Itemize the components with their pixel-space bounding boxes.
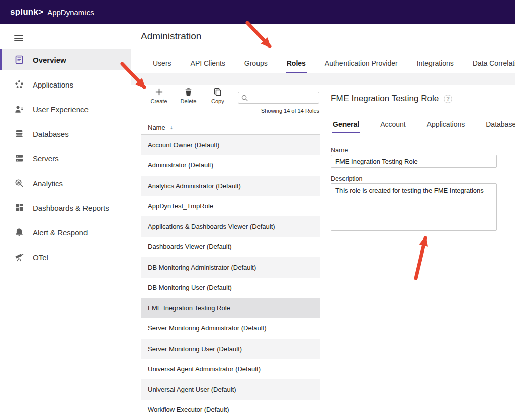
table-row[interactable]: Dashboards Viewer (Default) [141,237,320,258]
trash-icon [184,88,193,96]
column-header-name[interactable]: Name ↓ [141,120,320,135]
tab-users[interactable]: Users [152,54,173,73]
dashboards-icon [14,203,24,213]
copy-button[interactable]: Copy [206,88,230,104]
table-row-selected[interactable]: FME Inegration Testing Role [141,298,320,318]
roles-toolbar: Create Delete Copy [141,88,320,118]
sidebar-item-dashboards-reports[interactable]: Dashboards & Reports [0,197,131,218]
table-row[interactable]: Applications & Dashboards Viewer (Defaul… [141,216,320,237]
sidebar-item-label: User Experience [33,105,89,114]
search-icon [241,95,248,101]
roles-search-box[interactable] [238,92,319,104]
sidebar-item-databases[interactable]: Databases [0,123,131,144]
sidebar-item-user-experience[interactable]: User Experience [0,99,131,120]
top-bar: splunk> AppDynamics [0,0,515,24]
table-row[interactable]: Account Owner (Default) [141,135,320,155]
role-detail-panel: FME Inegration Testing Role ? General Ac… [331,85,508,420]
copy-button-label: Copy [211,98,224,104]
splunk-logo: splunk> [10,7,43,17]
otel-telescope-icon [14,252,24,262]
role-name-input[interactable] [331,155,497,168]
roles-table: Name ↓ Account Owner (Default) Administr… [141,120,320,420]
tab-account[interactable]: Account [379,117,407,133]
sidebar-item-applications[interactable]: Applications [0,74,131,95]
roles-count: Showing 14 of 14 Roles [238,108,319,114]
tab-groups[interactable]: Groups [243,54,269,73]
databases-icon [14,129,24,139]
copy-icon [213,88,222,96]
help-icon[interactable]: ? [444,95,452,103]
table-row[interactable]: AppDynTest_TmpRole [141,196,320,217]
alert-bell-icon [14,227,24,237]
delete-button[interactable]: Delete [176,88,200,104]
delete-button-label: Delete [181,98,197,104]
administration-tabs: Users API Clients Groups Roles Authentic… [152,54,515,73]
roles-search-input[interactable] [250,94,316,102]
sidebar-item-label: Servers [33,154,59,163]
role-detail-header: FME Inegration Testing Role ? [331,94,452,104]
role-description-input[interactable]: This role is created for testing the FME… [331,183,497,231]
servers-icon [14,153,24,163]
sidebar-nav: Overview Applications User Experience [0,49,131,271]
analytics-icon [14,178,24,188]
table-row[interactable]: Universal Agent User (Default) [141,379,320,400]
sidebar-item-otel[interactable]: OTel [0,246,131,268]
role-detail-title: FME Inegration Testing Role [331,94,439,104]
sidebar-item-servers[interactable]: Servers [0,148,131,169]
applications-icon [14,79,24,90]
sidebar-item-alert-respond[interactable]: Alert & Respond [0,222,131,243]
description-field-label: Description [331,175,363,182]
search-area: Showing 14 of 14 Roles [238,92,319,114]
roles-table-body: Account Owner (Default) Administrator (D… [141,135,320,420]
name-field-label: Name [331,147,348,154]
role-detail-tabs: General Account Applications Databases [332,117,515,133]
tab-applications[interactable]: Applications [426,117,466,133]
table-row[interactable]: DB Monitoring User (Default) [141,278,320,298]
table-row[interactable]: DB Monitoring Administrator (Default) [141,257,320,278]
table-row[interactable]: Analytics Administrator (Default) [141,176,320,196]
sidebar-item-label: Alert & Respond [33,228,88,237]
sidebar-item-label: Databases [33,130,69,138]
create-button[interactable]: Create [147,88,171,104]
plus-icon [155,88,163,96]
roles-list-panel: Create Delete Copy [141,85,320,420]
sidebar: Overview Applications User Experience [0,24,131,420]
create-button-label: Create [150,98,167,104]
overview-icon [14,55,24,65]
table-row[interactable]: Server Monitoring Administrator (Default… [141,318,320,339]
sidebar-item-label: Applications [33,80,73,89]
tab-api-clients[interactable]: API Clients [190,54,226,73]
sidebar-item-overview[interactable]: Overview [0,49,131,70]
sidebar-item-label: OTel [33,253,48,262]
sidebar-item-label: Dashboards & Reports [33,204,109,212]
table-row[interactable]: Server Monitoring User (Default) [141,339,320,359]
sidebar-item-analytics[interactable]: Analytics [0,173,131,194]
tab-authentication-provider[interactable]: Authentication Provider [324,54,399,73]
user-experience-icon [14,104,24,114]
sidebar-item-label: Analytics [33,179,63,188]
tab-general[interactable]: General [332,117,360,133]
tab-integrations[interactable]: Integrations [416,54,455,73]
main-content: Administration Users API Clients Groups … [131,24,515,420]
menu-toggle-icon[interactable] [14,35,23,41]
table-row[interactable]: Administrator (Default) [141,155,320,176]
tab-roles[interactable]: Roles [286,54,307,73]
content-divider-band [131,73,515,85]
tab-data-correlation[interactable]: Data Correlation [472,54,515,73]
tab-databases[interactable]: Databases [485,117,515,133]
page-title: Administration [141,31,201,42]
sort-desc-icon: ↓ [170,124,173,131]
sidebar-item-label: Overview [33,56,66,64]
table-row[interactable]: Workflow Executor (Default) [141,400,320,420]
table-row[interactable]: Universal Agent Administrator (Default) [141,359,320,380]
product-name: AppDynamics [47,8,94,17]
